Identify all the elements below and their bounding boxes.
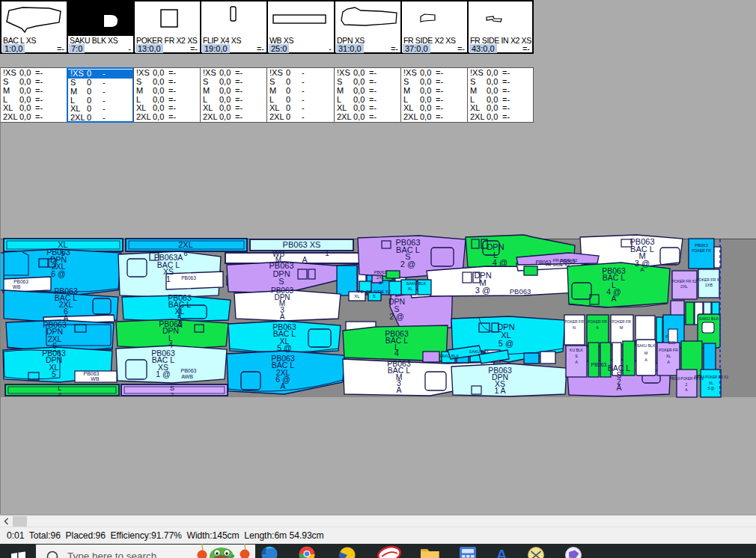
- svg-text:POKER FR X2: POKER FR X2: [696, 278, 721, 282]
- svg-text:PB063 XS: PB063 XS: [283, 240, 321, 249]
- svg-text:SAKU BLK: SAKU BLK: [469, 349, 490, 354]
- svg-text:PB063 POKER FR X2: PB063 POKER FR X2: [694, 375, 728, 379]
- svg-text:M: M: [644, 351, 648, 355]
- svg-text:A: A: [644, 358, 647, 362]
- svg-text:POKER FR: POKER FR: [588, 319, 607, 324]
- svg-text:POKER FR: POKER FR: [564, 319, 584, 324]
- svg-text:6 @: 6 @: [51, 269, 65, 278]
- svg-text:M: M: [620, 325, 624, 330]
- svg-text:1XB: 1XB: [705, 283, 713, 287]
- svg-text:1: 1: [166, 275, 171, 283]
- svg-text:WB: WB: [13, 284, 20, 289]
- svg-text:2 @: 2 @: [389, 312, 403, 321]
- svg-text:2: 2: [686, 382, 688, 387]
- svg-text:PB063: PB063: [13, 279, 28, 284]
- svg-text:KU BLK: KU BLK: [570, 348, 583, 352]
- svg-text:FR SIDE X2: FR SIDE X2: [553, 258, 578, 263]
- svg-text:4: 4: [596, 325, 598, 330]
- svg-text:2XL: 2XL: [680, 284, 688, 289]
- svg-text:4 @: 4 @: [493, 258, 507, 267]
- svg-text:A: A: [611, 294, 616, 303]
- svg-text:SAKU BLK: SAKU BLK: [699, 316, 719, 321]
- svg-text:SAKU BLK: SAKU BLK: [439, 354, 460, 358]
- svg-text:2XL: 2XL: [377, 275, 384, 280]
- svg-text:POKER FR: POKER FR: [659, 348, 678, 352]
- svg-text:5: 5: [52, 370, 56, 378]
- svg-text:PB063: PB063: [510, 287, 531, 295]
- svg-text:A: A: [396, 385, 401, 394]
- svg-text:3 @: 3 @: [475, 286, 490, 295]
- svg-text:N: N: [573, 325, 576, 330]
- svg-text:S: S: [278, 277, 284, 286]
- svg-text:A: A: [280, 313, 285, 321]
- svg-text:SAKU BLK: SAKU BLK: [406, 281, 427, 286]
- svg-text:6: 6: [183, 250, 187, 257]
- svg-text:XL: XL: [408, 286, 413, 291]
- svg-text:4: 4: [58, 391, 62, 398]
- svg-text:PB063: PB063: [695, 243, 709, 248]
- svg-text:A: A: [280, 381, 285, 390]
- svg-text:POKER FR: POKER FR: [612, 319, 631, 324]
- svg-text:PB063: PB063: [181, 275, 196, 280]
- svg-text:A: A: [667, 360, 670, 364]
- svg-text:S: S: [575, 354, 578, 358]
- svg-text:PB063: PB063: [180, 368, 196, 373]
- svg-text:2XL: 2XL: [178, 240, 193, 249]
- svg-text:POKER FR: POKER FR: [692, 248, 711, 253]
- svg-text:E20: E20: [668, 340, 676, 345]
- svg-text:A: A: [640, 266, 644, 273]
- svg-text:5 @: 5 @: [707, 386, 714, 390]
- svg-text:WB: WB: [91, 376, 100, 381]
- svg-text:XL: XL: [666, 354, 671, 358]
- svg-text:XL: XL: [354, 294, 360, 298]
- svg-text:PB063: PB063: [591, 362, 606, 367]
- svg-text:A: A: [302, 256, 308, 264]
- svg-text:A: A: [575, 360, 578, 364]
- svg-text:2 @: 2 @: [400, 260, 415, 269]
- svg-text:A: A: [616, 383, 621, 392]
- svg-text:1 @: 1 @: [156, 370, 170, 378]
- svg-text:AWB: AWB: [181, 374, 193, 379]
- svg-text:5 @: 5 @: [499, 339, 513, 348]
- svg-text:5 @: 5 @: [277, 343, 291, 352]
- svg-text:2: 2: [171, 391, 174, 398]
- svg-text:1: 1: [325, 249, 329, 257]
- svg-text:PB063: PB063: [83, 371, 99, 376]
- svg-text:Type here to search: Type here to search: [67, 551, 156, 558]
- svg-text:A: A: [496, 547, 507, 558]
- svg-text:FR SIDE X2: FR SIDE X2: [546, 263, 570, 267]
- svg-text:POKER FR X2: POKER FR X2: [671, 279, 696, 283]
- svg-text:SAKU BLK: SAKU BLK: [637, 343, 656, 348]
- svg-text:B: B: [379, 280, 382, 285]
- svg-text:4: 4: [394, 349, 399, 358]
- svg-text:1 A: 1 A: [494, 386, 505, 395]
- svg-text:XL: XL: [709, 381, 713, 385]
- svg-text:PB063: PB063: [374, 270, 387, 275]
